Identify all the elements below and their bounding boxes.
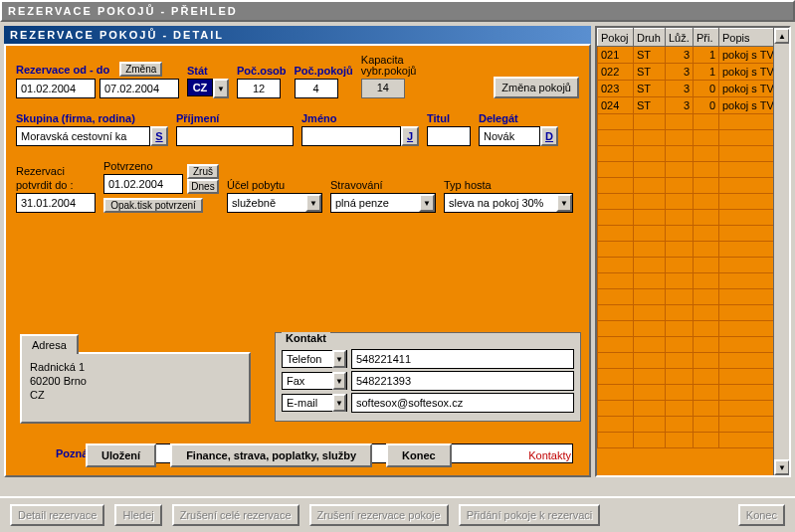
phone-type-select[interactable]: Telefon▼	[282, 350, 347, 368]
chevron-down-icon[interactable]: ▼	[332, 372, 346, 390]
table-row[interactable]	[598, 162, 789, 178]
group-label: Skupina (firma, rodina)	[16, 112, 168, 124]
guest-type-select[interactable]: sleva na pokoj 30% ▼	[444, 193, 573, 213]
table-row[interactable]	[598, 337, 789, 353]
table-row[interactable]	[598, 273, 789, 289]
table-row[interactable]	[598, 305, 789, 321]
name-j-button[interactable]: J	[401, 126, 419, 146]
confirm-label2: potvrdit do :	[16, 179, 96, 191]
address-line2: 60200 Brno	[30, 374, 241, 388]
confirmed-label: Potvrzeno	[103, 160, 183, 172]
chevron-down-icon[interactable]: ▼	[419, 194, 435, 212]
phone-input[interactable]	[351, 349, 574, 369]
rooms-label: Poč.pokojů	[295, 65, 353, 77]
table-row[interactable]: 024ST30pokoj s TV, l	[598, 97, 789, 114]
finance-button[interactable]: Finance, strava, poplatky, služby	[170, 443, 372, 467]
capacity-label2: vybr.pokojů	[361, 65, 417, 77]
title-input[interactable]	[427, 126, 471, 146]
delegate-label: Delegát	[479, 112, 558, 124]
room-table[interactable]: PokojDruhLůž.Při.Popis 021ST31pokoj s TV…	[597, 28, 789, 448]
chevron-down-icon[interactable]: ▼	[213, 79, 229, 98]
chevron-down-icon[interactable]: ▼	[305, 194, 321, 212]
footer-detail-button[interactable]: Detail rezervace	[10, 504, 104, 526]
table-row[interactable]	[598, 194, 789, 210]
footer-toolbar: Detail rezervace Hledej Zrušení celé rez…	[0, 496, 795, 532]
today-button[interactable]: Dnes	[187, 179, 219, 194]
stat-combo[interactable]: CZ ▼	[187, 79, 229, 98]
table-row[interactable]	[598, 130, 789, 146]
chevron-down-icon[interactable]: ▼	[332, 394, 346, 412]
table-header[interactable]: Při.	[694, 29, 719, 47]
footer-search-button[interactable]: Hledej	[114, 504, 161, 526]
address-tab[interactable]: Adresa	[20, 334, 79, 354]
delegate-input[interactable]	[479, 126, 540, 146]
email-type-select[interactable]: E-mail▼	[282, 394, 347, 412]
address-line1: Radnická 1	[30, 360, 241, 374]
footer-add-room-button[interactable]: Přidání pokoje k rezervaci	[459, 504, 601, 526]
table-header[interactable]: Druh	[634, 29, 666, 47]
chevron-down-icon[interactable]: ▼	[556, 194, 572, 212]
date-from-input[interactable]	[16, 79, 96, 98]
contacts-link[interactable]: Kontakty	[528, 449, 571, 461]
footer-cancel-room-button[interactable]: Zrušení rezervace pokoje	[309, 504, 449, 526]
table-row[interactable]	[598, 369, 789, 385]
scroll-down-icon[interactable]: ▼	[774, 459, 789, 475]
address-body: Radnická 1 60200 Brno CZ	[20, 352, 251, 424]
confirmed-date-input[interactable]	[103, 174, 183, 194]
email-input[interactable]	[351, 393, 574, 413]
fax-input[interactable]	[351, 371, 574, 391]
surname-label: Příjmení	[176, 112, 294, 124]
vertical-scrollbar[interactable]: ▲ ▼	[773, 28, 789, 475]
table-row[interactable]: 023ST30pokoj s TV, l	[598, 81, 789, 97]
group-s-button[interactable]: S	[150, 126, 168, 146]
address-line3: CZ	[30, 388, 241, 402]
dates-label: Rezervace od - do	[16, 64, 109, 76]
table-row[interactable]	[598, 258, 789, 273]
purpose-select[interactable]: služebně ▼	[227, 193, 322, 213]
date-to-input[interactable]	[99, 79, 179, 98]
table-row[interactable]	[598, 242, 789, 258]
confirm-label1: Rezervaci	[16, 165, 96, 177]
table-row[interactable]	[598, 321, 789, 337]
guest-type-label: Typ hosta	[444, 179, 573, 191]
table-row[interactable]	[598, 353, 789, 369]
table-row[interactable]	[598, 114, 789, 130]
rooms-input[interactable]	[295, 79, 338, 98]
fax-type-select[interactable]: Fax▼	[282, 372, 347, 390]
reprint-confirm-button[interactable]: Opak.tisk potvrzení	[103, 198, 203, 213]
table-row[interactable]: 021ST31pokoj s TV, s	[598, 47, 789, 64]
table-row[interactable]	[598, 178, 789, 194]
change-rooms-button[interactable]: Změna pokojů	[494, 77, 579, 98]
end-button[interactable]: Konec	[386, 443, 452, 467]
stat-flag: CZ	[187, 79, 213, 96]
table-header[interactable]: Pokoj	[598, 29, 634, 47]
delegate-d-button[interactable]: D	[540, 126, 558, 146]
table-row[interactable]	[598, 210, 789, 226]
name-input[interactable]	[301, 126, 401, 146]
stat-label: Stát	[187, 65, 229, 77]
change-dates-button[interactable]: Změna	[119, 62, 162, 77]
title-label: Titul	[427, 112, 471, 124]
table-header[interactable]: Lůž.	[666, 29, 694, 47]
table-row[interactable]	[598, 417, 789, 433]
group-input[interactable]	[16, 126, 150, 146]
contact-legend: Kontakt	[282, 332, 330, 344]
table-row[interactable]	[598, 146, 789, 162]
persons-input[interactable]	[237, 79, 281, 98]
save-button[interactable]: Uložení	[86, 443, 156, 467]
table-row[interactable]	[598, 226, 789, 242]
table-row[interactable]	[598, 433, 789, 448]
contact-panel: Kontakt Telefon▼ Fax▼ E-mail▼	[275, 332, 581, 422]
confirm-date-input[interactable]	[16, 193, 96, 213]
surname-input[interactable]	[176, 126, 294, 146]
cancel-confirm-button[interactable]: Zruš	[187, 164, 219, 179]
footer-cancel-all-button[interactable]: Zrušení celé rezervace	[172, 504, 299, 526]
chevron-down-icon[interactable]: ▼	[332, 350, 346, 368]
table-row[interactable]	[598, 401, 789, 417]
scroll-up-icon[interactable]: ▲	[774, 28, 789, 44]
table-row[interactable]: 022ST31pokoj s TV, s	[598, 64, 789, 81]
table-row[interactable]	[598, 385, 789, 401]
table-row[interactable]	[598, 289, 789, 305]
footer-end-button[interactable]: Konec	[738, 504, 785, 526]
board-select[interactable]: plná penze ▼	[330, 193, 436, 213]
